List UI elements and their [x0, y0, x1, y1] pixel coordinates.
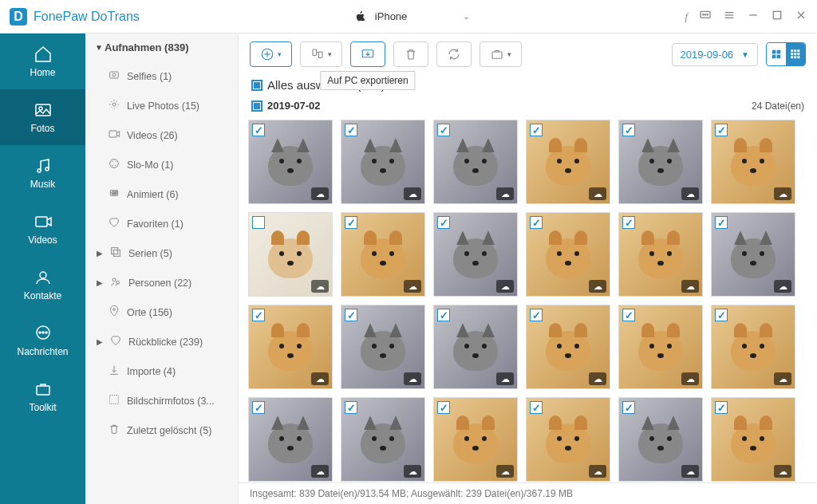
checkbox-icon[interactable]: ✓ — [622, 401, 635, 414]
subnav-item[interactable]: Live Photos (15) — [85, 91, 238, 120]
checkbox-icon[interactable] — [251, 80, 262, 91]
checkbox-icon[interactable]: ✓ — [715, 124, 728, 136]
checkbox-icon[interactable]: ✓ — [622, 309, 635, 321]
view-grid-small-button[interactable] — [786, 43, 805, 65]
checkbox-icon[interactable]: ✓ — [530, 401, 543, 414]
cloud-icon: ☁ — [496, 187, 514, 200]
sidebar-item-kontakte[interactable]: Kontakte — [0, 257, 85, 313]
subnav-item[interactable]: Importe (4) — [85, 356, 238, 386]
add-button[interactable]: ▾ — [250, 41, 292, 67]
minimize-button[interactable] — [747, 9, 760, 24]
subnav-item[interactable]: Slo-Mo (1) — [85, 150, 238, 179]
subnav-item[interactable]: Favoriten (1) — [85, 209, 238, 238]
feedback-icon[interactable] — [699, 9, 712, 24]
checkbox-icon[interactable]: ✓ — [530, 309, 543, 321]
photo-thumbnail[interactable]: ✓☁ — [433, 212, 518, 297]
photo-thumbnail[interactable]: ✓☁ — [433, 120, 518, 204]
photo-thumbnail[interactable]: ✓☁ — [711, 397, 795, 482]
checkbox-icon[interactable]: ✓ — [437, 401, 450, 414]
photo-thumbnail[interactable]: ✓☁ — [341, 212, 425, 297]
subnav-label: Animiert (6) — [127, 189, 179, 200]
checkbox-icon[interactable]: ✓ — [252, 401, 265, 414]
sidebar-item-musik[interactable]: Musik — [0, 145, 85, 201]
checkbox-icon[interactable]: ✓ — [437, 124, 450, 136]
subnav-item[interactable]: Bildschirmfotos (3... — [85, 386, 238, 415]
photo-thumbnail[interactable]: ✓☁ — [248, 397, 333, 482]
checkbox-icon[interactable]: ✓ — [437, 216, 450, 229]
subnav-header[interactable]: ▼ Aufnahmen (839) — [85, 33, 238, 61]
photo-thumbnail[interactable]: ✓☁ — [526, 305, 610, 389]
subnav-item[interactable]: ▶Rückblicke (239) — [85, 327, 238, 356]
photo-thumbnail[interactable]: ✓☁ — [618, 397, 703, 482]
toolbox-button[interactable]: ▾ — [480, 41, 522, 67]
checkbox-icon[interactable]: ✓ — [715, 401, 728, 414]
svg-rect-43 — [777, 50, 781, 54]
chevron-down-icon: ▼ — [741, 50, 749, 59]
photo-thumbnail[interactable]: ✓☁ — [433, 397, 518, 482]
photo-thumbnail[interactable]: ✓☁ — [341, 397, 425, 482]
facebook-icon[interactable]: f — [685, 10, 688, 23]
checkbox-icon[interactable]: ✓ — [345, 124, 357, 136]
photo-thumbnail[interactable]: ✓☁ — [248, 305, 333, 389]
checkbox-icon[interactable]: ✓ — [345, 401, 357, 414]
photo-thumbnail[interactable]: ✓☁ — [526, 212, 610, 297]
checkbox-icon[interactable]: ✓ — [252, 309, 265, 321]
checkbox-icon[interactable]: ✓ — [530, 124, 543, 136]
photo-thumbnail[interactable]: ✓☁ — [618, 212, 703, 297]
checkbox-icon[interactable] — [251, 100, 262, 112]
subnav-item[interactable]: GIFAnimiert (6) — [85, 179, 238, 209]
checkbox-icon[interactable] — [252, 216, 265, 229]
sidebar-item-nachrichten[interactable]: Nachrichten — [0, 313, 85, 368]
date-group-header[interactable]: 2019-07-02 24 Datei(en) — [239, 95, 817, 116]
cloud-icon: ☁ — [681, 187, 699, 200]
photo-thumbnail[interactable]: ✓☁ — [248, 120, 333, 204]
photo-thumbnail[interactable]: ✓☁ — [711, 212, 795, 297]
photo-thumbnail[interactable]: ☁ — [248, 212, 333, 297]
checkbox-icon[interactable]: ✓ — [252, 124, 265, 136]
checkbox-icon[interactable]: ✓ — [622, 216, 635, 229]
photo-thumbnail[interactable]: ✓☁ — [618, 305, 703, 389]
delete-button[interactable] — [393, 41, 428, 67]
sidebar-item-toolkit[interactable]: Toolkit — [0, 368, 85, 424]
subnav-item[interactable]: Selfies (1) — [85, 61, 238, 91]
checkbox-icon[interactable]: ✓ — [715, 216, 728, 229]
cloud-icon: ☁ — [774, 187, 791, 200]
checkbox-icon[interactable]: ✓ — [345, 309, 357, 321]
close-button[interactable] — [795, 9, 807, 24]
sidebar-item-home[interactable]: Home — [0, 33, 85, 89]
refresh-button[interactable] — [436, 41, 472, 67]
subnav-item[interactable]: ▶Personen (22) — [85, 268, 238, 297]
checkbox-icon[interactable]: ✓ — [715, 309, 728, 321]
checkbox-icon[interactable]: ✓ — [345, 216, 357, 229]
chevron-down-icon: ▾ — [507, 50, 511, 58]
sidebar-item-fotos[interactable]: Fotos — [0, 89, 85, 145]
checkbox-icon[interactable]: ✓ — [530, 216, 543, 229]
checkbox-icon[interactable]: ✓ — [437, 309, 450, 321]
svg-rect-41 — [492, 52, 502, 58]
device-selector[interactable]: iPhone ⌄ — [354, 10, 470, 23]
photo-thumbnail[interactable]: ✓☁ — [711, 305, 795, 389]
subnav-item[interactable]: Orte (156) — [85, 297, 238, 327]
sidebar-item-videos[interactable]: Videos — [0, 201, 85, 257]
maximize-button[interactable] — [771, 9, 783, 24]
checkbox-icon[interactable]: ✓ — [622, 124, 635, 136]
export-pc-button[interactable]: Auf PC exportieren — [350, 41, 385, 67]
cloud-icon: ☁ — [589, 465, 606, 478]
device-name: iPhone — [375, 10, 407, 22]
photo-thumbnail[interactable]: ✓☁ — [526, 397, 610, 482]
photo-thumbnail[interactable]: ✓☁ — [341, 120, 425, 204]
photo-thumbnail[interactable]: ✓☁ — [526, 120, 610, 204]
photo-thumbnail[interactable]: ✓☁ — [711, 120, 795, 204]
subnav-label: Rückblicke (239) — [128, 337, 203, 348]
photo-thumbnail[interactable]: ✓☁ — [341, 305, 425, 389]
photo-thumbnail[interactable]: ✓☁ — [618, 120, 703, 204]
subnav-item[interactable]: Zuletzt gelöscht (5) — [85, 415, 238, 445]
subnav-item[interactable]: ▶Serien (5) — [85, 238, 238, 268]
photo-thumbnail[interactable]: ✓☁ — [433, 305, 518, 389]
subnav-item[interactable]: Videos (26) — [85, 120, 238, 150]
category-icon — [108, 157, 120, 172]
menu-icon[interactable] — [723, 9, 736, 24]
view-grid-large-button[interactable] — [767, 43, 786, 65]
transfer-device-button[interactable]: ▾ — [300, 41, 342, 67]
date-picker[interactable]: 2019-09-06 ▼ — [672, 43, 758, 66]
